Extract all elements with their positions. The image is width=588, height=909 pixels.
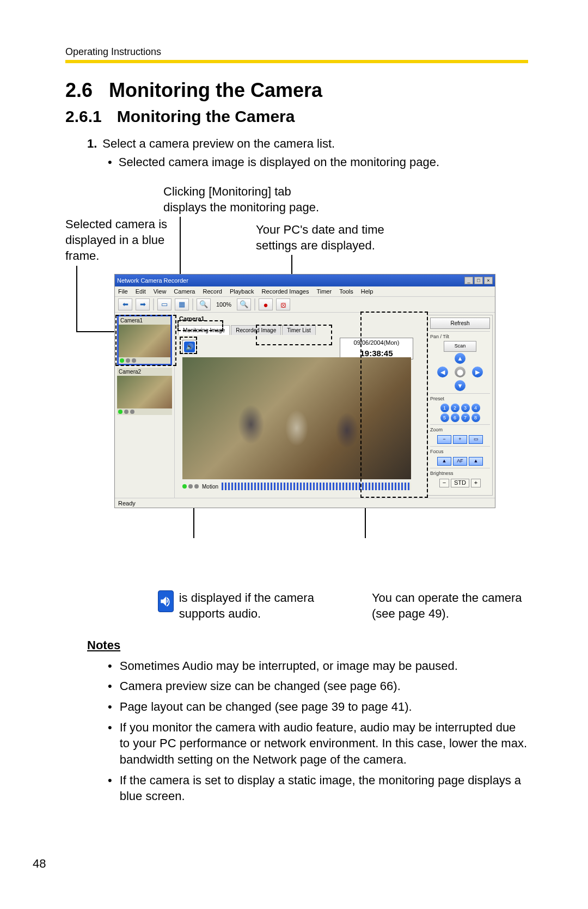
page-number: 48 [33,857,46,871]
step-number: 1. [87,136,97,152]
motion-label: Motion [202,483,218,490]
stop-record-button[interactable]: ⦻ [276,298,290,310]
back-button[interactable]: ⬅ [118,298,132,310]
main-pane: Camera1 Monitoring Image Recorded Image … [175,313,495,498]
app-body: Camera1 Camera2 Camera1 Monitoring Image [115,313,495,498]
preset-button[interactable]: 3 [461,404,470,412]
camera-status-dots [119,357,170,364]
layout-2-button[interactable]: ▦ [175,298,189,310]
center-button[interactable]: ⬤ [455,367,465,377]
status-text: Ready [118,500,136,507]
camera-thumbnail [117,376,172,408]
forward-button[interactable]: ➡ [136,298,150,310]
callout-selected-camera: Selected camera is displayed in a blue f… [65,217,180,264]
menu-record[interactable]: Record [203,288,222,295]
header-divider [65,60,528,63]
zoom-in-button[interactable]: + [453,435,467,444]
camera-list-item[interactable]: Camera1 [117,315,172,365]
menu-view[interactable]: View [154,288,167,295]
camera-item-label: Camera1 [119,316,170,325]
zoom-reset-button[interactable]: ▭ [469,435,483,444]
bullet-icon [108,772,112,804]
refresh-button[interactable]: Refresh [430,318,490,329]
brightness-down-button[interactable]: − [439,479,449,487]
subsection-title: Monitoring the Camera [117,107,295,126]
close-button[interactable]: × [484,277,493,284]
zoom-label: 100% [214,301,234,308]
zoom-label: Zoom [430,426,490,434]
zoom-in-button[interactable]: 🔍 [237,298,251,310]
menu-tools[interactable]: Tools [339,288,353,295]
focus-label: Focus [430,448,490,456]
bullet-icon [108,719,112,768]
bullet-icon [108,154,112,170]
section-title: Monitoring the Camera [109,79,322,102]
callout-datetime: Your PC's date and time settings are dis… [256,222,419,253]
toolbar-separator [254,298,255,310]
menu-camera[interactable]: Camera [174,288,195,295]
toolbar-separator [153,298,154,310]
section-heading: 2.6 Monitoring the Camera [65,79,528,102]
datetime-display: 09/06/2004(Mon) 19:38:45 [340,338,413,359]
note-text: Sometimes Audio may be interrupted, or i… [120,658,458,674]
camera-list-pane: Camera1 Camera2 [115,313,175,498]
tab-recorded-image[interactable]: Recorded Image [231,325,281,335]
note-text: If you monitor the camera with audio fea… [120,719,528,768]
preset-button[interactable]: 1 [440,404,449,412]
subsection-number: 2.6.1 [65,107,102,126]
preset-button[interactable]: 4 [471,404,480,412]
notes-heading: Notes [65,638,528,652]
toolbar-separator [192,298,193,310]
menu-playback[interactable]: Playback [230,288,254,295]
focus-far-button[interactable]: ▲ [469,457,483,466]
preset-button[interactable]: 6 [451,413,460,422]
brightness-label: Brightness [430,470,490,478]
control-panel: Refresh Pan / Tilt Scan ▲ ▼ ◀ ▶ ⬤ [427,315,493,496]
pan-right-button[interactable]: ▶ [472,367,483,377]
speaker-icon [158,590,174,612]
statusbar: Ready [115,498,495,508]
brightness-up-button[interactable]: + [471,479,481,487]
audio-icon[interactable]: 🔊 [182,340,197,354]
maximize-button[interactable]: □ [474,277,483,284]
zoom-out-button[interactable]: − [437,435,451,444]
callout-line [76,331,114,332]
menu-file[interactable]: File [118,288,128,295]
brightness-std-button[interactable]: STD [451,479,469,487]
focus-near-button[interactable]: ▲ [437,457,451,466]
zoom-out-button[interactable]: 🔍 [197,298,211,310]
pan-left-button[interactable]: ◀ [437,367,448,377]
preset-button[interactable]: 2 [451,404,460,412]
menu-help[interactable]: Help [361,288,373,295]
window-titlebar[interactable]: Network Camera Recorder _ □ × [115,274,495,286]
figure-area: Clicking [Monitoring] tab displays the m… [65,184,528,565]
pantilt-pad: ▲ ▼ ◀ ▶ ⬤ [437,353,483,391]
menu-edit[interactable]: Edit [136,288,146,295]
tab-timer-list[interactable]: Timer List [282,325,316,335]
note-text: Page layout can be changed (see page 39 … [120,699,412,715]
toolbar: ⬅ ➡ ▭ ▦ 🔍 100% 🔍 ● ⦻ [115,296,495,313]
tab-monitoring-image[interactable]: Monitoring Image [178,325,230,335]
callout-audio: is displayed if the camera supports audi… [179,590,334,621]
bullet-icon [108,699,112,715]
step-sub-text: Selected camera image is displayed on th… [119,154,439,170]
camera-list-item[interactable]: Camera2 [117,368,172,415]
section-number: 2.6 [65,79,93,102]
autofocus-button[interactable]: AF [453,457,467,466]
layout-1-button[interactable]: ▭ [157,298,171,310]
minimize-button[interactable]: _ [464,277,473,284]
tilt-down-button[interactable]: ▼ [455,380,465,391]
scan-button[interactable]: Scan [444,341,476,352]
record-button[interactable]: ● [259,298,273,310]
preset-button[interactable]: 7 [461,413,470,422]
preset-button[interactable]: 5 [440,413,449,422]
notes-list: Sometimes Audio may be interrupted, or i… [65,658,528,805]
menu-recorded-images[interactable]: Recorded Images [262,288,309,295]
tilt-up-button[interactable]: ▲ [455,353,465,364]
menu-timer[interactable]: Timer [316,288,332,295]
preset-label: Preset [430,395,490,403]
subsection-heading: 2.6.1 Monitoring the Camera [65,107,528,126]
preset-button[interactable]: 8 [471,413,480,422]
motion-stripes [222,483,411,490]
pantilt-label: Pan / Tilt [430,333,490,341]
